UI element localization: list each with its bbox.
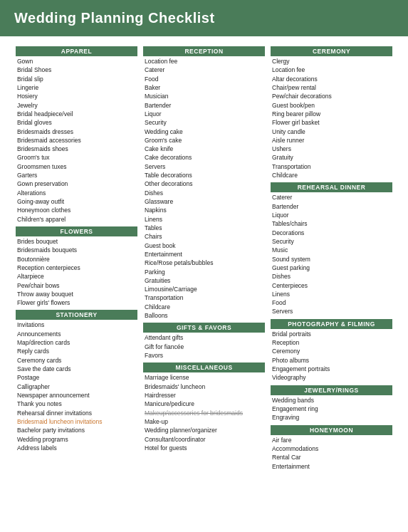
section-header-2-3: JEWELRY/RINGS [271,385,392,395]
list-item: Table decorations [143,171,265,179]
section-header-0-1: FLOWERS [16,226,137,236]
list-item: Bridesmaid luncheon invitations [16,417,137,426]
list-item: Childcare [143,303,265,311]
list-item: Guest book/pen [271,101,392,110]
list-item: Postage [16,373,137,382]
section-header-1-0: RECEPTION [143,46,265,56]
list-item: Wedding cake [143,127,265,136]
page-title: Wedding Planning Checklist [14,10,394,26]
list-item: Wedding programs [16,435,137,444]
list-item: Groom's cake [143,136,265,145]
list-item: Flower girls' flowers [16,298,137,307]
list-item: Bridesmaids' luncheon [143,382,265,391]
section-header-1-1: GIFTS & FAVORS [143,323,265,333]
list-item: Decorations [271,229,392,237]
list-item: Wedding bands [271,396,392,405]
list-item: Tables/chairs [271,219,392,228]
list-item: Other decorations [143,179,265,188]
list-item: Gown [16,57,137,66]
list-item: Groomsmen tuxes [16,162,137,171]
list-item: Attendant gifts [143,333,265,342]
section-header-2-1: REHEARSAL DINNER [271,182,392,192]
list-item: Aisle runner [271,136,392,145]
column-2: CEREMONYClergyLocation feeAltar decorati… [268,43,395,471]
section-header-0-2: STATIONERY [16,310,137,320]
content-area: APPARELGownBridal ShoesBridal slipLinger… [0,43,408,478]
list-item: Rental Car [271,453,392,461]
list-item: Guest parking [271,264,392,272]
list-item: Cake knife [143,145,265,153]
list-item: Security [143,118,265,127]
column-1: RECEPTIONLocation feeCatererFoodBakerMus… [140,43,268,471]
list-item: Gratuity [271,153,392,162]
list-item: Makeup/accessories for bridesmaids [143,409,265,417]
list-item: Cake decorations [143,153,265,162]
section-header-2-4: HONEYMOON [271,425,392,435]
list-item: Accommodations [271,444,392,453]
list-item: Save the date cards [16,365,137,373]
list-item: Liquor [143,110,265,118]
list-item: Ushers [271,145,392,153]
list-item: Food [271,298,392,307]
list-item: Altar decorations [271,75,392,83]
list-item: Musician [143,92,265,100]
list-item: Bridal portraits [271,330,392,338]
list-item: Clergy [271,57,392,66]
list-item: Rice/Rose petals/bubbles [143,259,265,267]
list-item: Gown preservation [16,179,137,188]
list-item: Bridesmaid accessories [16,136,137,145]
list-item: Entertainment [271,462,392,471]
list-item: Make-up [143,417,265,426]
list-item: Bridal Shoes [16,66,137,74]
list-item: Rehearsal dinner invitations [16,409,137,417]
list-item: Marriage license [143,373,265,382]
list-item: Pew/chair decorations [271,92,392,100]
list-item: Bartender [271,202,392,211]
list-item: Engagement portraits [271,365,392,373]
list-item: Alterations [16,189,137,197]
list-item: Gift for fiancée [143,343,265,351]
list-item: Pew/chair bows [16,281,137,290]
list-item: Boutonnière [16,255,137,264]
list-item: Hotel for guests [143,444,265,452]
list-item: Napkins [143,206,265,214]
list-item: Gratuities [143,276,265,285]
list-item: Lingerie [16,83,137,92]
section-header-0-0: APPAREL [16,46,137,56]
list-item: Jewelry [16,101,137,110]
list-item: Bartender [143,101,265,110]
list-item: Linens [143,215,265,224]
list-item: Ceremony cards [16,356,137,365]
list-item: Unity candle [271,127,392,136]
list-item: Location fee [271,66,392,74]
section-header-2-2: PHOTOGRAPHY & FILMING [271,319,392,329]
list-item: Thank you notes [16,400,137,408]
column-0: APPARELGownBridal ShoesBridal slipLinger… [13,43,140,471]
list-item: Altarpiece [16,272,137,281]
list-item: Liquor [271,211,392,219]
list-item: Photo albums [271,356,392,365]
list-item: Reply cards [16,347,137,355]
list-item: Bridesmaids bouquets [16,246,137,254]
list-item: Transportation [143,293,265,302]
list-item: Throw away bouquet [16,290,137,298]
list-item: Guest book [143,241,265,250]
list-item: Sound system [271,255,392,264]
list-item: Favors [143,351,265,360]
list-item: Bridal slip [16,75,137,83]
list-item: Security [271,237,392,246]
list-item: Map/direction cards [16,338,137,347]
list-item: Bridal headpiece/veil [16,110,137,118]
list-item: Reception [271,338,392,347]
list-item: Hairdresser [143,391,265,400]
list-item: Children's apparel [16,215,137,224]
list-item: Ring bearer pillow [271,110,392,118]
list-item: Tables [143,224,265,232]
list-item: Address labels [16,444,137,452]
list-item: Childcare [271,171,392,179]
list-item: Honeymoon clothes [16,206,137,214]
list-item: Groom's tux [16,153,137,162]
list-item: Consultant/coordinator [143,435,265,444]
list-item: Going-away outfit [16,197,137,206]
list-item: Caterer [271,193,392,202]
